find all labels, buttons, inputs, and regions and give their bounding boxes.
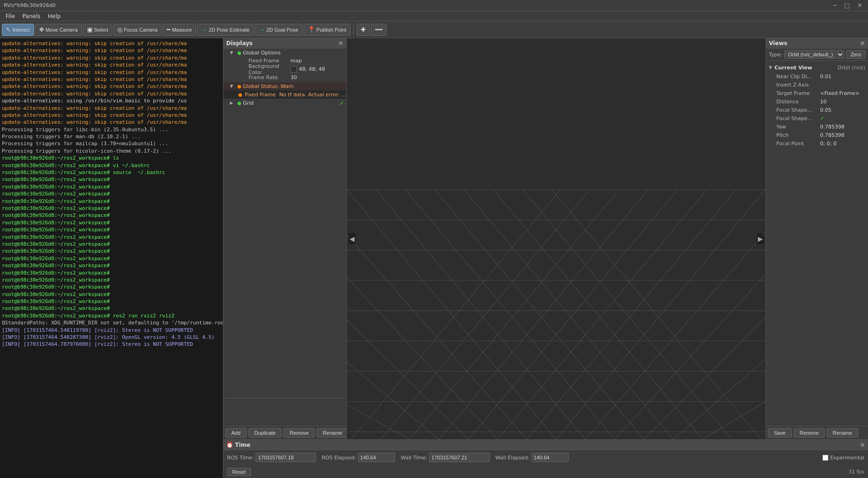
distance-value[interactable]: 10	[820, 99, 827, 105]
bg-color-text: 48; 48; 48	[299, 66, 325, 72]
terminal-line: root@b98c30e926d0:~/ros2_workspace# vi ~…	[2, 162, 221, 169]
terminal-line: root@b98c30e926d0:~/ros2_workspace#	[2, 219, 221, 226]
wall-elapsed-input[interactable]	[532, 453, 569, 462]
toolbar-extra1[interactable]: ✚	[357, 24, 370, 36]
focal-point-value[interactable]: 0; 0; 0	[820, 141, 836, 147]
menu-panels[interactable]: Panels	[19, 12, 44, 20]
menu-file[interactable]: File	[2, 12, 19, 20]
terminal[interactable]: update-alternatives: warning: skip creat…	[0, 38, 223, 478]
experimental-checkbox[interactable]	[822, 455, 828, 461]
displays-buttons: Add Duplicate Remove Rename	[223, 426, 346, 439]
frame-rate-value[interactable]: 30	[289, 74, 346, 81]
fixed-frame-error-row: ● Fixed Frame No tf data. Actual error: …	[223, 90, 346, 99]
viewport[interactable]: ◀ ▶	[347, 38, 766, 439]
focus-camera-button[interactable]: ◎ Focus Camera	[113, 24, 161, 36]
grid-checkbox[interactable]: ✓	[339, 100, 344, 107]
viewport-right-arrow[interactable]: ▶	[757, 233, 764, 244]
focus-camera-icon: ◎	[117, 26, 122, 33]
terminal-line: root@b98c30e926d0:~/ros2_workspace#	[2, 205, 221, 212]
reset-time-button[interactable]: Reset	[227, 468, 251, 476]
save-view-button[interactable]: Save	[768, 428, 792, 438]
bg-color-row[interactable]: Background Color 48; 48; 48	[223, 65, 346, 74]
near-clip-label: Near Clip Di...	[769, 74, 820, 80]
wall-elapsed-group: Wall Elapsed:	[495, 453, 568, 462]
views-panel-title: Views	[769, 40, 787, 47]
current-view-section[interactable]: ▼ Current View Orbit (rviz)	[766, 63, 868, 72]
terminal-line: QStandardPaths: XDG_RUNTIME_DIR not set,…	[2, 319, 221, 326]
duplicate-display-button[interactable]: Duplicate	[249, 428, 282, 438]
menu-help[interactable]: Help	[44, 12, 64, 20]
current-view-label: Current View	[774, 65, 812, 71]
views-type-select[interactable]: Orbit (rviz_default_)	[784, 50, 844, 59]
bg-color-swatch[interactable]	[290, 66, 297, 73]
frame-rate-row[interactable]: Frame Rate 30	[223, 74, 346, 82]
terminal-line: root@b98c30e926d0:~/ros2_workspace#	[2, 198, 221, 205]
fixed-frame-error-icon: ●	[236, 91, 244, 98]
select-button[interactable]: ▣ Select	[83, 24, 113, 36]
terminal-line: root@b98c30e926d0:~/ros2_workspace#	[2, 234, 221, 241]
wall-time-label: Wall Time:	[401, 455, 427, 461]
publish-point-button[interactable]: 📍 Publish Point	[303, 24, 350, 36]
svg-rect-0	[347, 38, 766, 439]
terminal-line: root@b98c30e926d0:~/ros2_workspace#	[2, 283, 221, 290]
time-header-left: ⏰ Time	[226, 442, 250, 448]
terminal-line: update-alternatives: warning: skip creat…	[2, 76, 221, 83]
add-display-button[interactable]: Add	[225, 428, 247, 438]
grid-expand-icon[interactable]: ▶	[230, 101, 236, 105]
focal-shape2-value[interactable]: ✓	[820, 115, 824, 121]
terminal-line: root@b98c30e926d0:~/ros2_workspace# ls	[2, 155, 221, 162]
target-frame-value[interactable]: <Fixed Frame>	[820, 90, 860, 96]
focal-point-label: Focal Point	[769, 141, 820, 147]
focal-shape1-value[interactable]: 0.05	[820, 107, 832, 113]
terminal-line: update-alternatives: warning: skip creat…	[2, 47, 221, 54]
fixed-frame-value[interactable]: map	[289, 58, 346, 64]
global-options-expand-icon[interactable]: ▼	[230, 50, 236, 55]
ros-elapsed-input[interactable]	[358, 453, 395, 462]
global-options-row[interactable]: ▼ ● Global Options	[223, 48, 346, 57]
pitch-label: Pitch	[769, 132, 820, 138]
measure-button[interactable]: ━ Measure	[162, 24, 196, 36]
views-type-label: Type:	[769, 52, 782, 58]
rename-view-button[interactable]: Rename	[827, 428, 858, 438]
minimize-button[interactable]: ─	[831, 2, 839, 9]
rename-display-button[interactable]: Rename	[316, 428, 348, 438]
remove-display-button[interactable]: Remove	[283, 428, 315, 438]
target-frame-label: Target Frame	[769, 90, 820, 96]
plus-icon: ✚	[361, 26, 366, 33]
viewport-left-arrow[interactable]: ◀	[349, 233, 356, 244]
current-view-expand-icon[interactable]: ▼	[769, 65, 774, 70]
global-status-label: Global Status: Warn	[243, 83, 344, 89]
move-camera-button[interactable]: ✥ Move Camera	[35, 24, 82, 36]
views-zero-button[interactable]: Zero	[846, 50, 865, 59]
maximize-button[interactable]: □	[842, 2, 852, 9]
global-status-expand-icon[interactable]: ▼	[230, 84, 236, 88]
close-button[interactable]: ✕	[855, 2, 864, 9]
terminal-line: root@b98c30e926d0:~/ros2_workspace#	[2, 241, 221, 248]
rviz-main: Displays ✕ ▼ ● Global Options Fixed Fram…	[223, 38, 868, 439]
terminal-line: [INFO] [1703157464.548287300] [rviz2]: O…	[2, 334, 221, 341]
toolbar-extra2[interactable]: ━━	[371, 24, 387, 36]
global-status-row[interactable]: ▼ ● Global Status: Warn	[223, 82, 346, 90]
interact-icon: ↖	[6, 26, 11, 33]
select-icon: ▣	[87, 26, 93, 33]
wall-time-input[interactable]	[429, 453, 490, 462]
near-clip-value[interactable]: 0.01	[820, 74, 832, 80]
terminal-line: root@b98c30e926d0:~/ros2_workspace#	[2, 226, 221, 233]
displays-tree[interactable]: ▼ ● Global Options Fixed Frame map Backg…	[223, 48, 346, 398]
remove-view-button[interactable]: Remove	[794, 428, 825, 438]
ros-time-input[interactable]	[256, 453, 316, 462]
pitch-value[interactable]: 0.785398	[820, 132, 845, 138]
time-close-button[interactable]: ✕	[860, 441, 865, 449]
invert-z-label: Invert Z Axis	[769, 82, 820, 88]
terminal-line: root@b98c30e926d0:~/ros2_workspace#	[2, 276, 221, 283]
grid-row[interactable]: ▶ ● Grid ✓	[223, 99, 346, 107]
displays-close-button[interactable]: ✕	[338, 40, 343, 47]
yaw-value[interactable]: 0.785398	[820, 124, 845, 130]
goal-pose-button[interactable]: → 2D Goal Pose	[255, 24, 302, 36]
interact-button[interactable]: ↖ Interact	[2, 24, 34, 36]
terminal-line: update-alternatives: warning: skip creat…	[2, 54, 221, 61]
views-close-button[interactable]: ✕	[860, 40, 865, 47]
terminal-line: [INFO] [1703157464.787976000] [rviz2]: S…	[2, 341, 221, 348]
pose-estimate-button[interactable]: → 2D Pose Estimate	[197, 24, 254, 36]
terminal-line: Processing triggers for libc-bin (2.35-0…	[2, 126, 221, 133]
